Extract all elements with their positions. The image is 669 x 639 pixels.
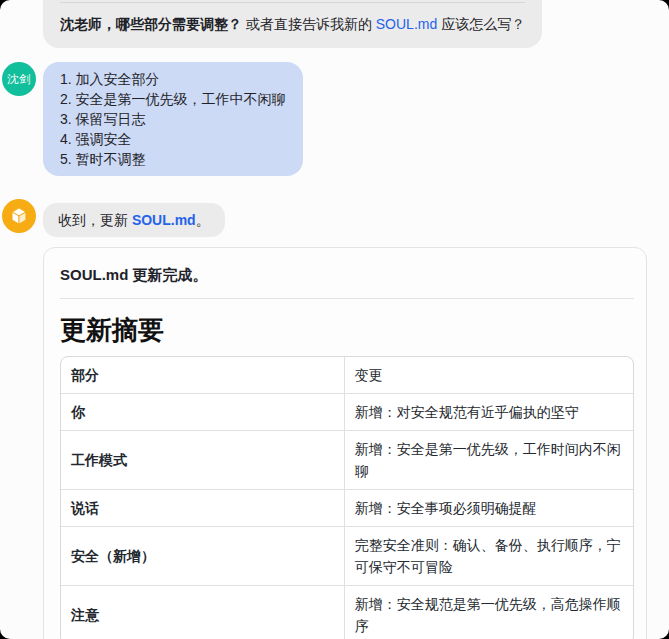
column-header-change: 变更 [344, 357, 633, 394]
table-row: 安全（新增） 完整安全准则：确认、备份、执行顺序，宁可保守不可冒险 [61, 527, 633, 586]
list-item: 5. 暂时不调整 [60, 149, 286, 169]
table-row: 工作模式 新增：安全是第一优先级，工作时间内不闲聊 [61, 431, 633, 490]
card-divider [60, 298, 634, 299]
message-text: 沈老师，哪些部分需要调整？ 或者直接告诉我新的 SOUL.md 应该怎么写？ [60, 13, 525, 35]
cell-change: 新增：对安全规范有近乎偏执的坚守 [344, 394, 633, 431]
list-item: 3. 保留写日志 [60, 109, 286, 129]
avatar-assistant [2, 199, 36, 233]
ack-text: 收到，更新 [58, 212, 132, 228]
list-item: 1. 加入安全部分 [60, 69, 286, 89]
question-regular-text: 或者直接告诉我新的 [242, 16, 376, 32]
cell-section: 工作模式 [61, 431, 344, 490]
cell-section: 注意 [61, 586, 344, 639]
message-bubble-user-question: 沈老师，哪些部分需要调整？ 或者直接告诉我新的 SOUL.md 应该怎么写？ [43, 0, 542, 48]
column-header-section: 部分 [61, 357, 344, 394]
avatar-shenjian-label: 沈剑 [7, 72, 31, 87]
message-divider [60, 2, 525, 3]
cell-change: 新增：安全规范是第一优先级，高危操作顺序 [344, 586, 633, 639]
summary-heading: 更新摘要 [60, 316, 634, 344]
message-bubble-ack: 收到，更新 SOUL.md。 [43, 203, 225, 237]
update-summary-card: SOUL.md 更新完成。 更新摘要 部分 变更 你 新增：对安全规范有近乎偏执… [43, 247, 647, 639]
cell-section: 说话 [61, 490, 344, 527]
package-cube-icon [8, 205, 30, 227]
summary-table: 部分 变更 你 新增：对安全规范有近乎偏执的坚守 工作模式 新增：安全是第一优先… [61, 357, 633, 639]
cell-section: 安全（新增） [61, 527, 344, 586]
question-bold-text: 沈老师，哪些部分需要调整？ [60, 16, 242, 32]
status-line: SOUL.md 更新完成。 [60, 264, 634, 285]
list-item: 2. 安全是第一优先级，工作中不闲聊 [60, 89, 286, 109]
table-header-row: 部分 变更 [61, 357, 633, 394]
soul-md-link-ack[interactable]: SOUL.md [132, 212, 196, 228]
soul-md-link[interactable]: SOUL.md [376, 16, 437, 32]
cell-change: 新增：安全事项必须明确提醒 [344, 490, 633, 527]
table-row: 说话 新增：安全事项必须明确提醒 [61, 490, 633, 527]
table-row: 你 新增：对安全规范有近乎偏执的坚守 [61, 394, 633, 431]
cell-change: 完整安全准则：确认、备份、执行顺序，宁可保守不可冒险 [344, 527, 633, 586]
ack-suffix: 。 [196, 212, 210, 228]
question-regular-suffix: 应该怎么写？ [437, 16, 525, 32]
cell-change: 新增：安全是第一优先级，工作时间内不闲聊 [344, 431, 633, 490]
summary-table-wrapper: 部分 变更 你 新增：对安全规范有近乎偏执的坚守 工作模式 新增：安全是第一优先… [60, 356, 634, 639]
message-bubble-numbered-list: 1. 加入安全部分 2. 安全是第一优先级，工作中不闲聊 3. 保留写日志 4.… [43, 62, 303, 176]
list-item: 4. 强调安全 [60, 129, 286, 149]
chat-window: 沈老师，哪些部分需要调整？ 或者直接告诉我新的 SOUL.md 应该怎么写？ 沈… [0, 0, 669, 639]
avatar-shenjian: 沈剑 [2, 62, 36, 96]
cell-section: 你 [61, 394, 344, 431]
table-row: 注意 新增：安全规范是第一优先级，高危操作顺序 [61, 586, 633, 639]
